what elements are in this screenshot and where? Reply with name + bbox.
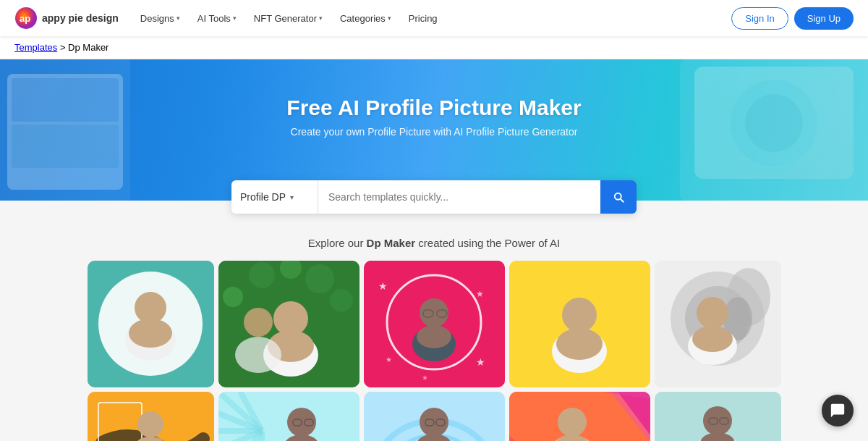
search-button[interactable] xyxy=(600,180,637,214)
categories-arrow: ▾ xyxy=(388,14,391,22)
ai-tools-arrow: ▾ xyxy=(233,14,237,22)
card-image xyxy=(509,392,650,441)
gallery-item[interactable] xyxy=(88,392,214,441)
card-image: ★ ★ ★ ★ ★ xyxy=(364,261,505,387)
breadcrumb-separator: > xyxy=(60,42,68,53)
signup-button[interactable]: Sign Up xyxy=(794,7,854,30)
gallery-item[interactable] xyxy=(218,261,359,387)
search-category-dropdown[interactable]: Profile DP ▾ xyxy=(231,180,318,214)
svg-text:★: ★ xyxy=(378,280,388,292)
svg-point-44 xyxy=(137,411,163,437)
nav-nft-generator[interactable]: NFT Generator ▾ xyxy=(247,9,330,28)
gallery-item[interactable] xyxy=(509,261,650,387)
logo[interactable]: ap appy pie design xyxy=(14,7,119,30)
gallery-row-1: ★ ★ ★ ★ ★ xyxy=(7,261,861,387)
svg-point-10 xyxy=(305,264,334,293)
search-category-label: Profile DP xyxy=(240,191,286,203)
chat-icon xyxy=(830,403,846,419)
nav-pricing[interactable]: Pricing xyxy=(401,9,445,28)
card-image xyxy=(655,392,781,441)
designs-arrow: ▾ xyxy=(176,14,180,22)
svg-text:ap: ap xyxy=(20,13,30,24)
gallery-item[interactable] xyxy=(88,261,214,387)
svg-point-8 xyxy=(249,262,275,288)
card-image xyxy=(509,261,650,387)
nft-arrow: ▾ xyxy=(319,14,323,22)
logo-text: appy pie design xyxy=(42,12,119,24)
svg-point-17 xyxy=(235,337,281,373)
gallery-row-2 xyxy=(7,392,861,441)
svg-point-12 xyxy=(330,289,353,312)
card-image xyxy=(364,392,505,441)
search-bar: Profile DP ▾ xyxy=(231,180,637,214)
card-image xyxy=(218,392,359,441)
card-image xyxy=(88,261,214,387)
search-bar-wrapper: Profile DP ▾ xyxy=(0,180,868,214)
svg-point-29 xyxy=(417,325,451,348)
gallery: ★ ★ ★ ★ ★ xyxy=(0,261,868,441)
nav-categories[interactable]: Categories ▾ xyxy=(333,9,399,28)
gallery-item[interactable] xyxy=(509,392,650,441)
svg-point-6 xyxy=(129,319,172,348)
svg-text:★: ★ xyxy=(422,374,428,382)
breadcrumb-parent[interactable]: Templates xyxy=(14,42,57,53)
dropdown-arrow-icon: ▾ xyxy=(290,193,294,201)
hero-section: Free AI Profile Picture Maker Create you… xyxy=(0,59,868,201)
logo-icon: ap xyxy=(14,7,38,30)
hero-subtitle: Create your own Profile Picture with AI … xyxy=(291,126,578,138)
breadcrumb: Templates > Dp Maker xyxy=(14,42,109,53)
gallery-item[interactable]: ★ ★ ★ ★ ★ xyxy=(364,261,505,387)
svg-point-31 xyxy=(562,298,597,332)
svg-text:★: ★ xyxy=(476,356,485,368)
gallery-item[interactable] xyxy=(655,261,781,387)
explore-text: Explore our Dp Maker created using the P… xyxy=(0,237,868,249)
svg-point-16 xyxy=(244,308,273,337)
hero-title: Free AI Profile Picture Maker xyxy=(286,96,581,120)
nav-designs[interactable]: Designs ▾ xyxy=(133,9,187,28)
card-image xyxy=(655,261,781,387)
breadcrumb-current: Dp Maker xyxy=(68,42,109,53)
gallery-item[interactable] xyxy=(364,392,505,441)
card-image xyxy=(88,392,214,441)
navbar: ap appy pie design Designs ▾ AI Tools ▾ … xyxy=(0,0,868,36)
svg-point-39 xyxy=(697,297,728,329)
search-input[interactable] xyxy=(318,180,600,214)
search-icon xyxy=(612,190,625,203)
nav-links: Designs ▾ AI Tools ▾ NFT Generator ▾ Cat… xyxy=(133,9,731,28)
svg-point-33 xyxy=(556,328,603,360)
card-image xyxy=(218,261,359,387)
svg-point-41 xyxy=(692,326,733,352)
gallery-item[interactable] xyxy=(655,392,781,441)
breadcrumb-bar: Templates > Dp Maker xyxy=(0,36,868,59)
chat-bubble[interactable] xyxy=(822,395,854,427)
nav-actions: Sign In Sign Up xyxy=(731,7,854,30)
nav-ai-tools[interactable]: AI Tools ▾ xyxy=(190,9,244,28)
gallery-item[interactable] xyxy=(218,392,359,441)
svg-point-25 xyxy=(420,298,448,327)
svg-text:★: ★ xyxy=(386,356,392,364)
svg-point-11 xyxy=(223,287,243,307)
signin-button[interactable]: Sign In xyxy=(731,7,788,30)
svg-point-73 xyxy=(558,408,587,437)
svg-text:★: ★ xyxy=(476,289,484,299)
